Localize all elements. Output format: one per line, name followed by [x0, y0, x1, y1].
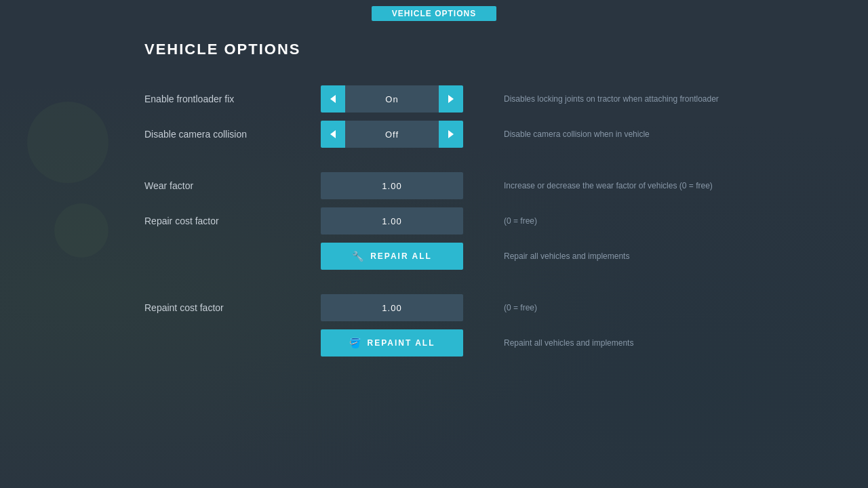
chevron-left-icon — [330, 130, 336, 138]
repair-cost-control — [321, 207, 463, 235]
repaint-all-label: REPAINT ALL — [368, 338, 435, 348]
page-title: VEHICLE OPTIONS — [144, 41, 868, 58]
repair-all-label: REPAIR ALL — [370, 251, 432, 261]
camera-description: Disable camera collision when in vehicle — [504, 129, 650, 139]
chevron-left-icon — [330, 95, 336, 103]
option-row-wear: Wear factor Increase or decrease the wea… — [144, 169, 868, 202]
chevron-right-icon — [448, 130, 454, 138]
frontloader-value: On — [345, 85, 439, 113]
camera-value: Off — [345, 121, 439, 148]
repair-all-control: 🔧 REPAIR ALL — [321, 243, 463, 270]
camera-control: Off — [321, 121, 463, 148]
wear-label: Wear factor — [144, 180, 321, 191]
frontloader-label: Enable frontloader fix — [144, 94, 321, 104]
wear-control — [321, 172, 463, 199]
repaint-cost-label: Repaint cost factor — [144, 302, 321, 313]
wear-factor-input[interactable] — [321, 172, 463, 199]
repaint-all-button[interactable]: 🪣 REPAINT ALL — [321, 329, 463, 357]
options-list: Enable frontloader fix On Disables locki… — [144, 83, 868, 362]
repaint-all-description: Repaint all vehicles and implements — [504, 338, 633, 348]
repair-all-button[interactable]: 🔧 REPAIR ALL — [321, 243, 463, 270]
camera-prev-button[interactable] — [321, 121, 345, 148]
frontloader-prev-button[interactable] — [321, 85, 345, 113]
camera-label: Disable camera collision — [144, 129, 321, 140]
option-row-repair-cost: Repair cost factor (0 = free) — [144, 205, 868, 237]
repaint-all-control: 🪣 REPAINT ALL — [321, 329, 463, 357]
repair-cost-description: (0 = free) — [504, 216, 537, 226]
wear-description: Increase or decrease the wear factor of … — [504, 181, 713, 190]
option-row-camera: Disable camera collision Off Disable cam… — [144, 118, 868, 150]
paint-bucket-icon: 🪣 — [349, 338, 362, 348]
option-row-repaint-cost: Repaint cost factor (0 = free) — [144, 291, 868, 324]
frontloader-control: On — [321, 85, 463, 113]
repair-cost-label: Repair cost factor — [144, 216, 321, 226]
option-row-repair-all: 🔧 REPAIR ALL Repair all vehicles and imp… — [144, 240, 868, 272]
active-tab[interactable]: VEHICLE OPTIONS — [372, 6, 496, 21]
frontloader-next-button[interactable] — [439, 85, 463, 113]
frontloader-description: Disables locking joints on tractor when … — [504, 94, 719, 104]
camera-next-button[interactable] — [439, 121, 463, 148]
chevron-right-icon — [448, 95, 454, 103]
repaint-cost-input[interactable] — [321, 294, 463, 321]
repair-cost-input[interactable] — [321, 207, 463, 235]
repair-all-description: Repair all vehicles and implements — [504, 251, 629, 261]
repaint-cost-control — [321, 294, 463, 321]
repaint-cost-description: (0 = free) — [504, 303, 537, 312]
wrench-icon: 🔧 — [352, 251, 365, 262]
option-row-repaint-all: 🪣 REPAINT ALL Repaint all vehicles and i… — [144, 327, 868, 359]
option-row-frontloader: Enable frontloader fix On Disables locki… — [144, 83, 868, 115]
